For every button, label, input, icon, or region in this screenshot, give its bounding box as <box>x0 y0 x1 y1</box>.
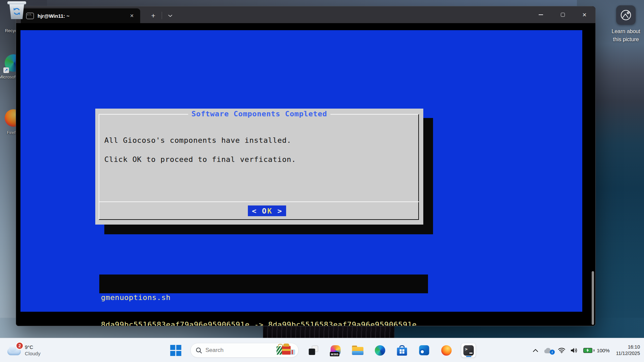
taskbar-app-firefox[interactable] <box>439 343 454 358</box>
volume-tray-icon[interactable] <box>571 348 578 353</box>
dialog-message-line1: All Giocoso's components have installed. <box>104 136 291 144</box>
onedrive-tray-icon[interactable]: i <box>543 347 553 354</box>
command-prompt-icon: c:\ <box>26 13 34 19</box>
learn-about-line1: Learn about <box>606 27 644 36</box>
minimize-button[interactable] <box>530 6 552 23</box>
file-explorer-icon <box>352 346 364 355</box>
chevron-up-icon <box>533 349 538 352</box>
console-output: gmenuoptions.sh 8da99bc5516583eaf79a96e9… <box>99 275 428 293</box>
dialog-button-separator <box>99 201 419 202</box>
recycle-bin-icon <box>8 4 25 19</box>
wifi-tray-icon[interactable] <box>558 347 566 353</box>
cloud-icon: 2 <box>7 345 21 356</box>
console-output-line1: gmenuoptions.sh <box>101 293 428 302</box>
taskbar-app-store[interactable] <box>395 343 410 358</box>
shortcut-arrow-icon: ↗ <box>3 67 9 73</box>
tray-overflow-button[interactable] <box>533 349 538 352</box>
minimize-icon <box>539 14 543 15</box>
tab-dropdown-button[interactable] <box>164 10 176 21</box>
ok-button[interactable]: < O K > <box>248 205 286 216</box>
terminal-icon: > <box>463 345 474 356</box>
maximize-icon <box>561 13 565 17</box>
taskbar-app-terminal-active[interactable]: > <box>461 343 476 358</box>
system-tray: i <box>533 338 642 362</box>
taskbar-app-m365[interactable]: M365 <box>328 343 343 358</box>
holiday-gifts-icon <box>277 346 295 355</box>
console-output-line2: 8da99bc5516583eaf79a96e95906591e -> 8da9… <box>101 320 428 326</box>
clock-date: 11/12/2025 <box>616 350 640 357</box>
clock[interactable]: 16:10 11/12/2025 <box>616 344 640 357</box>
wifi-icon <box>558 347 566 353</box>
search-box[interactable] <box>191 343 299 358</box>
taskbar-app-edge[interactable] <box>373 343 387 358</box>
tabbar-separator <box>162 12 162 19</box>
weather-temp: 9°C <box>25 344 41 350</box>
ok-label-o: O <box>262 207 267 215</box>
software-components-dialog: Software Components Completed All Giocos… <box>95 109 423 225</box>
windows-logo-icon <box>170 345 181 356</box>
taskbar-app-file-explorer[interactable] <box>351 343 365 358</box>
title-bar[interactable]: c:\ hjr@Win11: ~ ✕ + ✕ <box>16 6 595 23</box>
new-tab-button[interactable]: + <box>148 10 159 21</box>
tab-close-button[interactable]: ✕ <box>127 11 137 21</box>
info-badge: i <box>550 350 555 355</box>
ok-right-bracket: > <box>277 207 282 215</box>
learn-about-picture-widget[interactable]: Learn about this picture <box>606 5 644 44</box>
picture-icon <box>616 5 636 25</box>
taskbar-app-outlook[interactable] <box>417 343 432 358</box>
terminal-window: c:\ hjr@Win11: ~ ✕ + ✕ <box>16 6 596 326</box>
battery-percent: 100% <box>597 348 609 353</box>
recycle-bin-lid <box>7 1 26 4</box>
m365-badge: M365 <box>330 352 339 356</box>
search-input[interactable] <box>206 347 273 354</box>
battery-tray-item[interactable]: 100% <box>583 348 610 353</box>
running-indicator <box>466 356 472 357</box>
start-button[interactable] <box>168 343 183 358</box>
notification-badge: 2 <box>16 342 23 350</box>
firefox-icon <box>441 345 451 356</box>
taskbar: 2 9°C Cloudy <box>0 338 644 362</box>
battery-icon <box>583 348 592 353</box>
chevron-down-icon <box>168 14 172 17</box>
dialog-title: Software Components Completed <box>95 110 423 118</box>
learn-about-line2: this picture <box>606 36 644 44</box>
weather-condition: Cloudy <box>25 351 41 356</box>
charging-bolt-icon <box>586 348 589 352</box>
terminal-tab[interactable]: c:\ hjr@Win11: ~ ✕ <box>21 8 140 23</box>
terminal-scrollbar[interactable] <box>592 271 594 325</box>
desktop: Recycle Bin ↗ Microsoft Edge Firefox Lea… <box>0 0 644 362</box>
task-view-button[interactable] <box>306 343 321 358</box>
maximize-button[interactable] <box>552 6 574 23</box>
microsoft-store-icon <box>397 345 407 356</box>
edge-icon <box>375 345 385 356</box>
desktop-icon-recycle-bin[interactable] <box>7 1 26 19</box>
recycle-arrows-icon <box>12 6 22 16</box>
dialog-border <box>99 114 419 220</box>
taskbar-center: M365 <box>168 338 476 362</box>
speaker-icon <box>571 348 578 353</box>
tab-title: hjr@Win11: ~ <box>38 13 127 19</box>
outlook-icon <box>419 345 429 355</box>
m365-copilot-icon: M365 <box>331 345 341 355</box>
ok-label-k: K <box>267 207 272 215</box>
window-close-button[interactable]: ✕ <box>574 6 595 23</box>
clock-time: 16:10 <box>616 344 640 350</box>
search-icon <box>196 347 202 354</box>
ok-left-bracket: < <box>252 207 257 215</box>
weather-widget[interactable]: 2 9°C Cloudy <box>3 338 44 362</box>
dialog-message-line2: Click OK to proceed to final verfication… <box>104 155 296 164</box>
